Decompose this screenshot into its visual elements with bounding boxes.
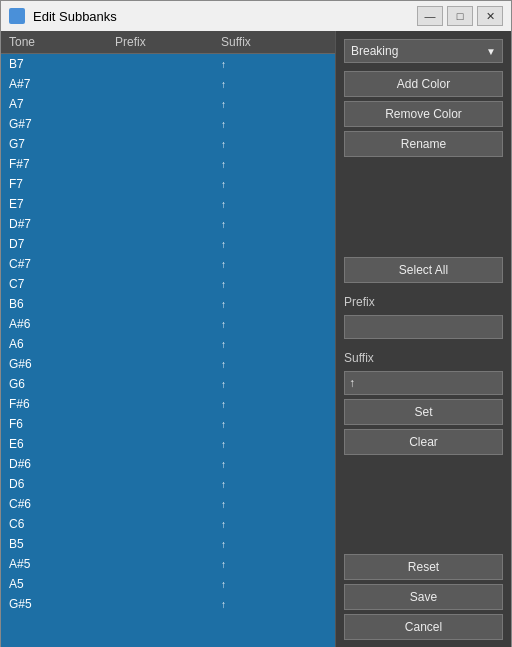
list-row[interactable]: F7↑ <box>1 174 335 194</box>
list-row[interactable]: A7↑ <box>1 94 335 114</box>
minimize-button[interactable]: — <box>417 6 443 26</box>
maximize-button[interactable]: □ <box>447 6 473 26</box>
chevron-down-icon: ▼ <box>486 46 496 57</box>
suffix-cell: ↑ <box>221 179 327 190</box>
tone-cell: D7 <box>9 237 115 251</box>
arrow-up-icon: ↑ <box>221 359 226 370</box>
tone-list-body[interactable]: B7↑A#7↑A7↑G#7↑G7↑F#7↑F7↑E7↑D#7↑D7↑C#7↑C7… <box>1 54 335 647</box>
list-row[interactable]: D6↑ <box>1 474 335 494</box>
close-button[interactable]: ✕ <box>477 6 503 26</box>
arrow-up-icon: ↑ <box>221 539 226 550</box>
list-row[interactable]: F6↑ <box>1 414 335 434</box>
list-row[interactable]: A#6↑ <box>1 314 335 334</box>
list-row[interactable]: A6↑ <box>1 334 335 354</box>
tone-cell: D#7 <box>9 217 115 231</box>
list-row[interactable]: F#7↑ <box>1 154 335 174</box>
arrow-up-icon: ↑ <box>221 579 226 590</box>
tone-cell: F#7 <box>9 157 115 171</box>
tone-cell: A6 <box>9 337 115 351</box>
tone-cell: D#6 <box>9 457 115 471</box>
right-panel: Breaking ▼ Add Color Remove Color Rename… <box>335 31 511 647</box>
list-row[interactable]: F#6↑ <box>1 394 335 414</box>
arrow-up-icon: ↑ <box>221 379 226 390</box>
arrow-up-icon: ↑ <box>221 419 226 430</box>
suffix-cell: ↑ <box>221 439 327 450</box>
suffix-cell: ↑ <box>221 299 327 310</box>
arrow-up-icon: ↑ <box>221 259 226 270</box>
list-row[interactable]: G#6↑ <box>1 354 335 374</box>
suffix-cell: ↑ <box>221 499 327 510</box>
tone-cell: F7 <box>9 177 115 191</box>
arrow-up-icon: ↑ <box>221 239 226 250</box>
select-all-button[interactable]: Select All <box>344 257 503 283</box>
arrow-up-icon: ↑ <box>221 139 226 150</box>
tone-cell: E7 <box>9 197 115 211</box>
list-row[interactable]: G#5↑ <box>1 594 335 614</box>
list-row[interactable]: B6↑ <box>1 294 335 314</box>
suffix-cell: ↑ <box>221 479 327 490</box>
tone-cell: B7 <box>9 57 115 71</box>
list-row[interactable]: E7↑ <box>1 194 335 214</box>
tone-cell: F#6 <box>9 397 115 411</box>
reset-button[interactable]: Reset <box>344 554 503 580</box>
suffix-cell: ↑ <box>221 559 327 570</box>
list-row[interactable]: D#6↑ <box>1 454 335 474</box>
list-row[interactable]: B5↑ <box>1 534 335 554</box>
list-row[interactable]: C#7↑ <box>1 254 335 274</box>
breaking-dropdown[interactable]: Breaking ▼ <box>344 39 503 63</box>
list-row[interactable]: B7↑ <box>1 54 335 74</box>
remove-color-button[interactable]: Remove Color <box>344 101 503 127</box>
list-row[interactable]: G7↑ <box>1 134 335 154</box>
arrow-up-icon: ↑ <box>221 299 226 310</box>
suffix-cell: ↑ <box>221 599 327 610</box>
list-row[interactable]: E6↑ <box>1 434 335 454</box>
arrow-up-icon: ↑ <box>221 339 226 350</box>
app-icon <box>9 8 25 24</box>
list-row[interactable]: C#6↑ <box>1 494 335 514</box>
arrow-up-icon: ↑ <box>221 119 226 130</box>
arrow-up-icon: ↑ <box>221 59 226 70</box>
prefix-label: Prefix <box>344 295 503 309</box>
list-row[interactable]: A#5↑ <box>1 554 335 574</box>
tone-cell: A7 <box>9 97 115 111</box>
suffix-cell: ↑ <box>221 59 327 70</box>
tone-cell: A#6 <box>9 317 115 331</box>
list-row[interactable]: D#7↑ <box>1 214 335 234</box>
list-row[interactable]: A5↑ <box>1 574 335 594</box>
list-row[interactable]: C7↑ <box>1 274 335 294</box>
save-button[interactable]: Save <box>344 584 503 610</box>
suffix-cell: ↑ <box>221 419 327 430</box>
suffix-cell: ↑ <box>221 239 327 250</box>
add-color-button[interactable]: Add Color <box>344 71 503 97</box>
tone-cell: C7 <box>9 277 115 291</box>
window-controls: — □ ✕ <box>417 6 503 26</box>
rename-button[interactable]: Rename <box>344 131 503 157</box>
tone-cell: C#6 <box>9 497 115 511</box>
tone-cell: B5 <box>9 537 115 551</box>
list-row[interactable]: G#7↑ <box>1 114 335 134</box>
suffix-cell: ↑ <box>221 519 327 530</box>
list-row[interactable]: C6↑ <box>1 514 335 534</box>
tone-list-panel: Tone Prefix Suffix B7↑A#7↑A7↑G#7↑G7↑F#7↑… <box>1 31 335 647</box>
tone-cell: B6 <box>9 297 115 311</box>
list-row[interactable]: G6↑ <box>1 374 335 394</box>
suffix-input[interactable] <box>344 371 503 395</box>
tone-cell: C6 <box>9 517 115 531</box>
suffix-label: Suffix <box>344 351 503 365</box>
suffix-cell: ↑ <box>221 119 327 130</box>
suffix-cell: ↑ <box>221 279 327 290</box>
dropdown-row: Breaking ▼ <box>344 39 503 63</box>
set-button[interactable]: Set <box>344 399 503 425</box>
arrow-up-icon: ↑ <box>221 559 226 570</box>
list-row[interactable]: D7↑ <box>1 234 335 254</box>
suffix-cell: ↑ <box>221 139 327 150</box>
main-content: Tone Prefix Suffix B7↑A#7↑A7↑G#7↑G7↑F#7↑… <box>1 31 511 647</box>
prefix-input[interactable] <box>344 315 503 339</box>
cancel-button[interactable]: Cancel <box>344 614 503 640</box>
tone-cell: D6 <box>9 477 115 491</box>
list-header: Tone Prefix Suffix <box>1 31 335 54</box>
arrow-up-icon: ↑ <box>221 519 226 530</box>
clear-button[interactable]: Clear <box>344 429 503 455</box>
list-row[interactable]: A#7↑ <box>1 74 335 94</box>
suffix-cell: ↑ <box>221 579 327 590</box>
